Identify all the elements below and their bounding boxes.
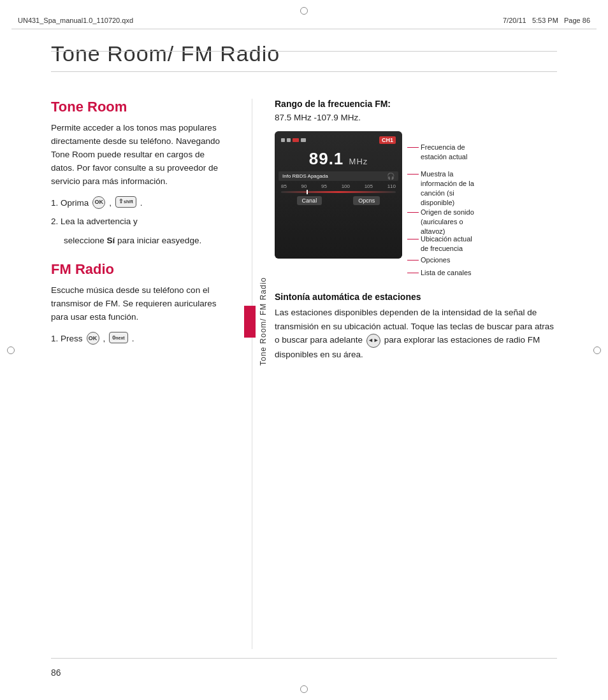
reg-mark-bottom xyxy=(300,685,308,694)
tone-room-step1: 1. Oprima OK , ⇧shift . xyxy=(51,196,229,210)
annotation-5: Opciones xyxy=(407,255,450,265)
auto-tune-body: Las estaciones disponibles dependen de l… xyxy=(275,306,557,361)
nav-circle-icon: ◄► xyxy=(366,334,380,348)
tone-room-body: Permite acceder a los tonos mas populare… xyxy=(51,122,229,189)
fm-screen: CH1 89.1 MHz Info RBDS Apagada 🎧 85 xyxy=(275,131,402,259)
right-column: Rango de la frecuencia FM: 87.5 MHz -107… xyxy=(275,99,557,649)
annot-text-2: Muestra lainformación de lacanción (sidi… xyxy=(421,169,474,207)
scale-indicator xyxy=(307,190,308,194)
tone-room-heading: Tone Room xyxy=(51,99,229,115)
annot-line-4 xyxy=(407,239,419,239)
top-rule xyxy=(51,51,557,52)
screen-scale-bar xyxy=(281,191,396,193)
annot-line-1 xyxy=(407,147,419,148)
annot-text-1: Frecuencia deestación actual xyxy=(421,143,467,162)
tone-room-step2-indent: seleccione Sí para iniciar easyedge. xyxy=(64,234,229,248)
annot-line-2 xyxy=(407,174,419,175)
annotation-4: Ubicación actualde frecuencia xyxy=(407,234,472,254)
fm-screen-inner: CH1 89.1 MHz Info RBDS Apagada 🎧 85 xyxy=(275,131,402,259)
screen-canal-btn[interactable]: Canal xyxy=(297,196,322,205)
fm-ok-button-icon: OK xyxy=(87,332,99,345)
header-bar: UN431_Spa_manual1.0_110720.qxd 7/20/11 5… xyxy=(11,11,597,29)
ok-button-icon: OK xyxy=(92,196,105,209)
auto-tune-heading: Sintonía automática de estaciones xyxy=(275,292,557,302)
reg-mark-left xyxy=(6,346,15,355)
freq-range-body: 87.5 MHz -107.9 MHz. xyxy=(275,113,557,122)
side-tab-bar xyxy=(244,306,256,338)
screen-ch-label: CH1 xyxy=(379,136,396,144)
screen-freq-display: 89.1 MHz xyxy=(279,146,398,170)
header-datetime: 7/20/11 5:53 PM Page 86 xyxy=(503,17,590,24)
screen-bottom-bar: Canal Opcns xyxy=(279,194,398,206)
annot-text-5: Opciones xyxy=(421,255,450,265)
page-title-area: Tone Room/ FM Radio xyxy=(51,41,557,85)
header-filename: UN431_Spa_manual1.0_110720.qxd xyxy=(18,17,133,24)
side-tab: Tone Room/ FM Radio xyxy=(244,277,268,369)
screen-status-icons xyxy=(281,138,306,142)
screen-scale: 85 90 95 100 105 110 xyxy=(279,182,398,190)
annot-text-6: Lista de canales xyxy=(421,268,472,278)
annotation-2: Muestra lainformación de lacanción (sidi… xyxy=(407,169,474,207)
status-dot-4 xyxy=(301,138,306,142)
reg-mark-right xyxy=(593,346,602,355)
annotation-1: Frecuencia deestación actual xyxy=(407,143,467,162)
annotations-container: Frecuencia deestación actual Muestra lai… xyxy=(407,131,557,284)
fm-radio-step1: 1. Press OK , 0next . xyxy=(51,332,229,346)
annot-text-3: Origen de sonido(auriculares oaltavoz) xyxy=(421,208,474,236)
status-dot-3 xyxy=(293,138,299,142)
tone-room-step2: 2. Lea la advertencia y xyxy=(51,215,229,229)
column-divider xyxy=(252,99,252,649)
fm-next-button-icon: 0next xyxy=(109,332,127,343)
fm-radio-heading: FM Radio xyxy=(51,261,229,278)
tone-room-section: Tone Room Permite acceder a los tonos ma… xyxy=(51,99,229,247)
annot-line-5 xyxy=(407,260,419,261)
annot-line-3 xyxy=(407,212,419,213)
shift-button-icon: ⇧shift xyxy=(115,196,136,208)
page-number: 86 xyxy=(51,668,61,678)
annot-text-4: Ubicación actualde frecuencia xyxy=(421,234,472,254)
freq-range-heading: Rango de la frecuencia FM: xyxy=(275,99,557,109)
screen-opcns-btn[interactable]: Opcns xyxy=(353,196,380,205)
page-main-title: Tone Room/ FM Radio xyxy=(51,41,557,72)
annotation-6: Lista de canales xyxy=(407,268,472,278)
left-column: Tone Room Permite acceder a los tonos ma… xyxy=(51,99,229,649)
fm-radio-body: Escuche música desde su teléfono con el … xyxy=(51,284,229,324)
main-content: Tone Room Permite acceder a los tonos ma… xyxy=(51,99,557,649)
screen-info-bar: Info RBDS Apagada 🎧 xyxy=(279,171,398,181)
fm-radio-section: FM Radio Escuche música desde su teléfon… xyxy=(51,261,229,345)
annotation-3: Origen de sonido(auriculares oaltavoz) xyxy=(407,208,474,236)
fm-diagram-wrapper: CH1 89.1 MHz Info RBDS Apagada 🎧 85 xyxy=(275,131,557,284)
screen-status-bar: CH1 xyxy=(279,135,398,145)
status-dot-2 xyxy=(287,138,291,142)
headphone-icon: 🎧 xyxy=(387,173,394,180)
annot-line-6 xyxy=(407,273,419,273)
status-dot-1 xyxy=(281,138,285,142)
bottom-rule xyxy=(51,658,557,659)
